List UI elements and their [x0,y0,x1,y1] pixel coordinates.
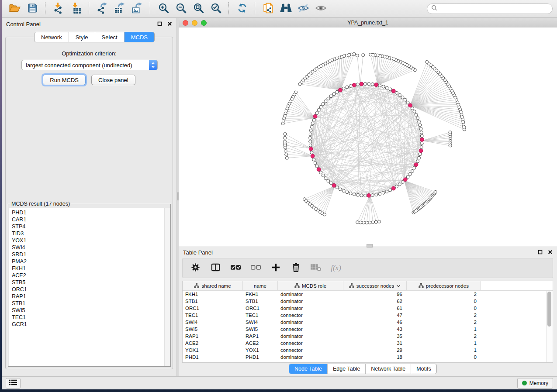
mcds-result-item[interactable]: GCR1 [12,321,170,328]
mcds-result-item[interactable]: CAR1 [12,216,170,223]
tab-mcds[interactable]: MCDS [124,32,154,42]
table-row[interactable]: SWI5SWI5connector431 [183,326,553,333]
split-panel-button[interactable] [210,262,221,274]
column-header-shared-name[interactable]: shared name [183,281,243,290]
toolbar-separator [45,2,46,15]
table-cell: 0 [407,354,481,360]
table-row[interactable]: TEC1TEC1connector472 [183,312,553,319]
save-session-button[interactable] [25,2,39,16]
export-table-button[interactable] [113,2,127,16]
table-cell: 1 [407,327,481,332]
mcds-result-item[interactable]: STB1 [12,300,170,307]
float-panel-icon[interactable] [157,21,162,28]
delete-table-icon [310,263,322,274]
hide-selected-button[interactable] [296,2,310,16]
export-network-button[interactable] [95,2,109,16]
zoom-selected-button[interactable] [209,2,223,16]
tab-network-table[interactable]: Network Table [365,364,411,374]
mcds-result-item[interactable]: RAP1 [12,293,170,300]
network-graph[interactable] [179,28,557,246]
tab-network[interactable]: Network [35,32,69,42]
table-row[interactable]: PHD1PHD1dominator180 [183,354,553,361]
table-row[interactable]: SWI4SWI4dominator462 [183,319,553,326]
close-panel-button[interactable]: Close panel [91,75,135,85]
window-close-button[interactable] [183,20,188,26]
mcds-result-item[interactable]: SWI5 [12,307,170,314]
unselect-all-button[interactable] [250,262,261,274]
zoom-fit-button[interactable] [191,2,205,16]
table-row[interactable]: STB1STB1dominator620 [183,298,553,305]
column-header-predecessor-nodes[interactable]: predecessor nodes [407,281,481,290]
tab-edge-table[interactable]: Edge Table [327,364,365,374]
toolbar-search[interactable] [427,3,553,14]
close-table-panel-icon[interactable] [548,249,553,256]
column-header-name[interactable]: name [243,281,278,290]
zoom-out-button[interactable] [174,2,188,16]
table-cell: 46 [343,320,407,325]
mcds-result-item[interactable]: TID3 [12,230,170,237]
zoom-in-button[interactable] [156,2,170,16]
table-cell: connector [278,340,343,346]
export-image-button[interactable] [130,2,144,16]
table-row[interactable]: ACE2ACE2connector311 [183,340,553,347]
settings-gear-button[interactable] [190,262,201,274]
column-header-successor-nodes[interactable]: successor nodes [343,281,407,290]
mcds-result-item[interactable]: ACE2 [12,272,170,279]
mcds-result-item[interactable]: TEC1 [12,314,170,321]
close-panel-icon[interactable] [167,21,172,28]
tab-style[interactable]: Style [69,32,95,42]
export-table-icon [114,2,126,16]
column-header-MCDS-role[interactable]: MCDS role [278,281,343,290]
select-all-button[interactable] [230,262,241,274]
tab-node-table[interactable]: Node Table [289,364,327,374]
mcds-list-scrollbar[interactable] [164,208,170,366]
run-mcds-button[interactable]: Run MCDS [43,75,86,85]
tab-select[interactable]: Select [95,32,124,42]
mcds-result-item[interactable]: SRD1 [12,251,170,258]
table-cell: 43 [343,327,407,332]
optimization-criterion-select[interactable]: largest connected component (undirected) [21,60,158,70]
table-row[interactable]: YOX1YOX1connector291 [183,347,553,354]
table-toolbar: f(x) [182,258,553,278]
table-row[interactable]: FKH1FKH1dominator962 [183,291,553,298]
toolbar-search-input[interactable] [439,5,548,12]
mcds-result-item[interactable]: PHD1 [12,209,170,216]
delete-row-button[interactable] [290,262,301,274]
table-cell: 1 [407,347,481,353]
table-row[interactable]: RAP1RAP1dominator352 [183,333,553,340]
float-table-panel-icon[interactable] [538,249,543,256]
network-canvas[interactable] [179,28,557,246]
mcds-result-item[interactable]: STB5 [12,279,170,286]
mcds-result-item[interactable]: PMA2 [12,258,170,265]
column-type-icon [349,283,354,289]
task-history-button[interactable] [6,378,21,389]
table-scrollbar-thumb[interactable] [547,292,551,327]
zoom-selected-icon [210,2,222,16]
mcds-result-item[interactable]: ORC1 [12,286,170,293]
tab-motifs[interactable]: Motifs [411,364,436,374]
mcds-result-item[interactable]: FKH1 [12,265,170,272]
control-panel-tabs: NetworkStyleSelectMCDS [34,32,155,42]
import-table-button[interactable] [69,2,83,16]
window-minimize-button[interactable] [192,20,197,26]
show-all-button[interactable] [314,2,328,16]
open-file-button[interactable] [8,2,22,16]
table-scrollbar[interactable] [546,291,552,362]
horizontal-splitter-handle[interactable] [367,244,373,248]
table-cell: YOX1 [183,347,243,353]
mcds-result-item[interactable]: STP4 [12,223,170,230]
refresh-button[interactable] [235,2,249,16]
search-network-button[interactable] [279,2,293,16]
mcds-result-item[interactable]: SWI4 [12,244,170,251]
window-maximize-button[interactable] [201,20,207,26]
add-row-button[interactable] [270,262,281,274]
table-cell: 0 [407,299,481,304]
select-stepper-icon [149,60,157,70]
table-row[interactable]: ORC1ORC1dominator610 [183,305,553,312]
memory-button[interactable]: Memory [517,378,553,389]
network-from-selection-button[interactable] [261,2,275,16]
network-window-titlebar[interactable]: YPA_prune.txt_1 [179,18,557,28]
table-cell: FKH1 [243,292,278,297]
mcds-result-item[interactable]: YOX1 [12,237,170,244]
import-network-button[interactable] [52,2,66,16]
